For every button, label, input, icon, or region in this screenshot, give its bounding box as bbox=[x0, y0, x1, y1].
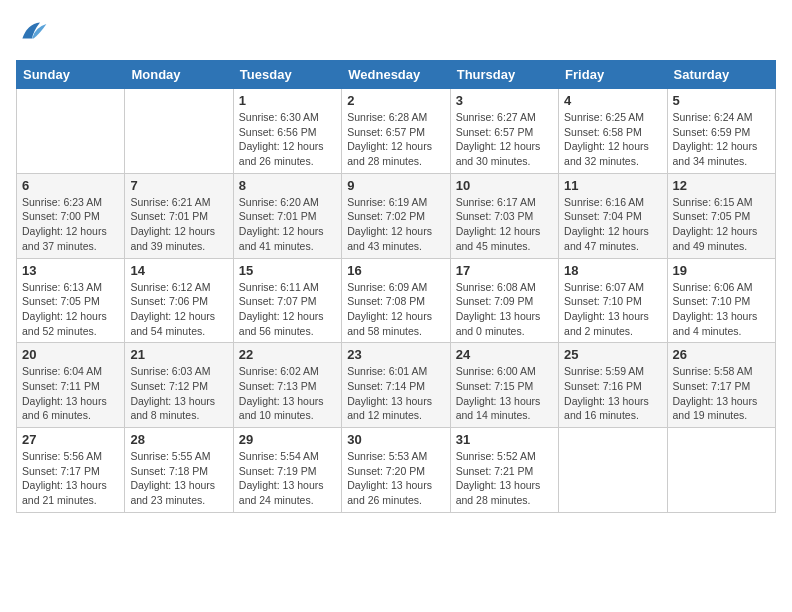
day-header-wednesday: Wednesday bbox=[342, 61, 450, 89]
calendar-week-row: 20Sunrise: 6:04 AM Sunset: 7:11 PM Dayli… bbox=[17, 343, 776, 428]
calendar-cell: 21Sunrise: 6:03 AM Sunset: 7:12 PM Dayli… bbox=[125, 343, 233, 428]
day-number: 25 bbox=[564, 347, 661, 362]
calendar-cell: 26Sunrise: 5:58 AM Sunset: 7:17 PM Dayli… bbox=[667, 343, 775, 428]
day-info: Sunrise: 6:02 AM Sunset: 7:13 PM Dayligh… bbox=[239, 364, 336, 423]
day-number: 13 bbox=[22, 263, 119, 278]
calendar-cell: 15Sunrise: 6:11 AM Sunset: 7:07 PM Dayli… bbox=[233, 258, 341, 343]
day-number: 12 bbox=[673, 178, 770, 193]
day-info: Sunrise: 6:11 AM Sunset: 7:07 PM Dayligh… bbox=[239, 280, 336, 339]
day-info: Sunrise: 5:54 AM Sunset: 7:19 PM Dayligh… bbox=[239, 449, 336, 508]
day-number: 2 bbox=[347, 93, 444, 108]
day-info: Sunrise: 5:59 AM Sunset: 7:16 PM Dayligh… bbox=[564, 364, 661, 423]
calendar-cell: 27Sunrise: 5:56 AM Sunset: 7:17 PM Dayli… bbox=[17, 428, 125, 513]
day-info: Sunrise: 5:52 AM Sunset: 7:21 PM Dayligh… bbox=[456, 449, 553, 508]
day-info: Sunrise: 5:53 AM Sunset: 7:20 PM Dayligh… bbox=[347, 449, 444, 508]
day-header-sunday: Sunday bbox=[17, 61, 125, 89]
day-info: Sunrise: 6:00 AM Sunset: 7:15 PM Dayligh… bbox=[456, 364, 553, 423]
day-number: 16 bbox=[347, 263, 444, 278]
day-info: Sunrise: 6:15 AM Sunset: 7:05 PM Dayligh… bbox=[673, 195, 770, 254]
day-info: Sunrise: 6:23 AM Sunset: 7:00 PM Dayligh… bbox=[22, 195, 119, 254]
day-number: 30 bbox=[347, 432, 444, 447]
calendar-cell: 22Sunrise: 6:02 AM Sunset: 7:13 PM Dayli… bbox=[233, 343, 341, 428]
calendar-cell: 25Sunrise: 5:59 AM Sunset: 7:16 PM Dayli… bbox=[559, 343, 667, 428]
day-number: 19 bbox=[673, 263, 770, 278]
day-header-thursday: Thursday bbox=[450, 61, 558, 89]
calendar-cell: 16Sunrise: 6:09 AM Sunset: 7:08 PM Dayli… bbox=[342, 258, 450, 343]
calendar-cell: 2Sunrise: 6:28 AM Sunset: 6:57 PM Daylig… bbox=[342, 89, 450, 174]
day-info: Sunrise: 6:28 AM Sunset: 6:57 PM Dayligh… bbox=[347, 110, 444, 169]
day-number: 1 bbox=[239, 93, 336, 108]
day-info: Sunrise: 6:19 AM Sunset: 7:02 PM Dayligh… bbox=[347, 195, 444, 254]
calendar-cell: 11Sunrise: 6:16 AM Sunset: 7:04 PM Dayli… bbox=[559, 173, 667, 258]
day-number: 5 bbox=[673, 93, 770, 108]
day-info: Sunrise: 6:17 AM Sunset: 7:03 PM Dayligh… bbox=[456, 195, 553, 254]
day-number: 9 bbox=[347, 178, 444, 193]
logo bbox=[16, 16, 52, 48]
day-header-friday: Friday bbox=[559, 61, 667, 89]
day-info: Sunrise: 6:06 AM Sunset: 7:10 PM Dayligh… bbox=[673, 280, 770, 339]
day-number: 10 bbox=[456, 178, 553, 193]
calendar-cell bbox=[667, 428, 775, 513]
day-info: Sunrise: 6:27 AM Sunset: 6:57 PM Dayligh… bbox=[456, 110, 553, 169]
logo-bird-icon bbox=[16, 16, 48, 48]
day-number: 22 bbox=[239, 347, 336, 362]
day-header-monday: Monday bbox=[125, 61, 233, 89]
calendar-cell: 5Sunrise: 6:24 AM Sunset: 6:59 PM Daylig… bbox=[667, 89, 775, 174]
day-number: 7 bbox=[130, 178, 227, 193]
calendar-cell: 10Sunrise: 6:17 AM Sunset: 7:03 PM Dayli… bbox=[450, 173, 558, 258]
calendar-cell: 9Sunrise: 6:19 AM Sunset: 7:02 PM Daylig… bbox=[342, 173, 450, 258]
calendar-cell bbox=[17, 89, 125, 174]
day-info: Sunrise: 5:55 AM Sunset: 7:18 PM Dayligh… bbox=[130, 449, 227, 508]
calendar-cell: 8Sunrise: 6:20 AM Sunset: 7:01 PM Daylig… bbox=[233, 173, 341, 258]
day-info: Sunrise: 6:08 AM Sunset: 7:09 PM Dayligh… bbox=[456, 280, 553, 339]
day-info: Sunrise: 6:30 AM Sunset: 6:56 PM Dayligh… bbox=[239, 110, 336, 169]
day-number: 23 bbox=[347, 347, 444, 362]
calendar-cell: 18Sunrise: 6:07 AM Sunset: 7:10 PM Dayli… bbox=[559, 258, 667, 343]
day-number: 15 bbox=[239, 263, 336, 278]
calendar-cell: 13Sunrise: 6:13 AM Sunset: 7:05 PM Dayli… bbox=[17, 258, 125, 343]
calendar-cell: 3Sunrise: 6:27 AM Sunset: 6:57 PM Daylig… bbox=[450, 89, 558, 174]
day-info: Sunrise: 6:04 AM Sunset: 7:11 PM Dayligh… bbox=[22, 364, 119, 423]
day-number: 17 bbox=[456, 263, 553, 278]
day-number: 3 bbox=[456, 93, 553, 108]
day-number: 8 bbox=[239, 178, 336, 193]
day-number: 18 bbox=[564, 263, 661, 278]
calendar-table: SundayMondayTuesdayWednesdayThursdayFrid… bbox=[16, 60, 776, 513]
calendar-week-row: 6Sunrise: 6:23 AM Sunset: 7:00 PM Daylig… bbox=[17, 173, 776, 258]
day-number: 21 bbox=[130, 347, 227, 362]
calendar-cell: 7Sunrise: 6:21 AM Sunset: 7:01 PM Daylig… bbox=[125, 173, 233, 258]
calendar-cell: 17Sunrise: 6:08 AM Sunset: 7:09 PM Dayli… bbox=[450, 258, 558, 343]
calendar-cell bbox=[125, 89, 233, 174]
calendar-cell: 14Sunrise: 6:12 AM Sunset: 7:06 PM Dayli… bbox=[125, 258, 233, 343]
calendar-cell: 31Sunrise: 5:52 AM Sunset: 7:21 PM Dayli… bbox=[450, 428, 558, 513]
calendar-cell: 30Sunrise: 5:53 AM Sunset: 7:20 PM Dayli… bbox=[342, 428, 450, 513]
calendar-week-row: 13Sunrise: 6:13 AM Sunset: 7:05 PM Dayli… bbox=[17, 258, 776, 343]
day-info: Sunrise: 6:07 AM Sunset: 7:10 PM Dayligh… bbox=[564, 280, 661, 339]
day-info: Sunrise: 6:20 AM Sunset: 7:01 PM Dayligh… bbox=[239, 195, 336, 254]
day-number: 26 bbox=[673, 347, 770, 362]
day-number: 31 bbox=[456, 432, 553, 447]
calendar-cell: 28Sunrise: 5:55 AM Sunset: 7:18 PM Dayli… bbox=[125, 428, 233, 513]
calendar-cell: 6Sunrise: 6:23 AM Sunset: 7:00 PM Daylig… bbox=[17, 173, 125, 258]
day-info: Sunrise: 5:58 AM Sunset: 7:17 PM Dayligh… bbox=[673, 364, 770, 423]
day-number: 24 bbox=[456, 347, 553, 362]
day-number: 28 bbox=[130, 432, 227, 447]
day-info: Sunrise: 5:56 AM Sunset: 7:17 PM Dayligh… bbox=[22, 449, 119, 508]
day-info: Sunrise: 6:21 AM Sunset: 7:01 PM Dayligh… bbox=[130, 195, 227, 254]
calendar-cell: 24Sunrise: 6:00 AM Sunset: 7:15 PM Dayli… bbox=[450, 343, 558, 428]
calendar-header-row: SundayMondayTuesdayWednesdayThursdayFrid… bbox=[17, 61, 776, 89]
day-info: Sunrise: 6:16 AM Sunset: 7:04 PM Dayligh… bbox=[564, 195, 661, 254]
day-info: Sunrise: 6:24 AM Sunset: 6:59 PM Dayligh… bbox=[673, 110, 770, 169]
calendar-week-row: 1Sunrise: 6:30 AM Sunset: 6:56 PM Daylig… bbox=[17, 89, 776, 174]
day-number: 11 bbox=[564, 178, 661, 193]
day-number: 4 bbox=[564, 93, 661, 108]
calendar-cell: 29Sunrise: 5:54 AM Sunset: 7:19 PM Dayli… bbox=[233, 428, 341, 513]
calendar-cell bbox=[559, 428, 667, 513]
calendar-cell: 1Sunrise: 6:30 AM Sunset: 6:56 PM Daylig… bbox=[233, 89, 341, 174]
day-number: 27 bbox=[22, 432, 119, 447]
calendar-cell: 19Sunrise: 6:06 AM Sunset: 7:10 PM Dayli… bbox=[667, 258, 775, 343]
calendar-cell: 23Sunrise: 6:01 AM Sunset: 7:14 PM Dayli… bbox=[342, 343, 450, 428]
day-number: 29 bbox=[239, 432, 336, 447]
page-header bbox=[16, 16, 776, 48]
day-info: Sunrise: 6:09 AM Sunset: 7:08 PM Dayligh… bbox=[347, 280, 444, 339]
